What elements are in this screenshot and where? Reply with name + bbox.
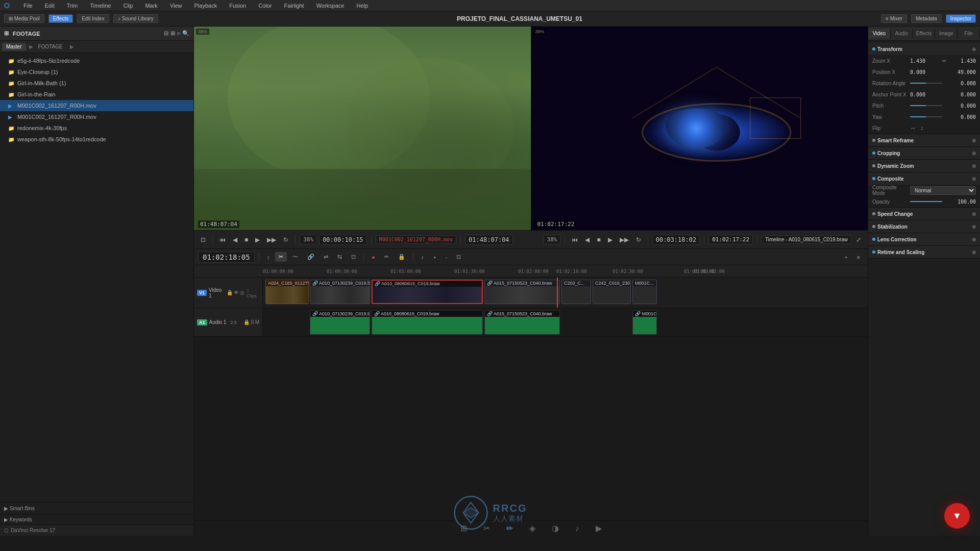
- view-toggle-2[interactable]: ⊞: [170, 30, 175, 37]
- right-prev-frame[interactable]: ◀: [582, 235, 592, 245]
- left-timecode-display[interactable]: 00:00:10:15: [319, 235, 366, 245]
- cropping-header[interactable]: Cropping ⊕: [868, 147, 980, 159]
- tl-mixer-toggle[interactable]: ≡: [853, 253, 864, 262]
- ws-cut-icon[interactable]: ✂: [479, 521, 494, 535]
- stabilization-header[interactable]: Stabilization ⊕: [868, 220, 980, 233]
- edit-index-btn[interactable]: Edit Index: [77, 14, 109, 23]
- tl-fit[interactable]: ⊡: [453, 252, 464, 262]
- dynamic-zoom-header[interactable]: Dynamic Zoom ⊕: [868, 160, 980, 172]
- tree-item-weapon[interactable]: 📁 weapon-sth-8k-50fps-14to1redcode: [0, 134, 193, 145]
- video-track-content[interactable]: A024_C165_011279_0... 🔗 A010_07130239_C0…: [263, 278, 868, 308]
- retime-add[interactable]: ⊕: [972, 249, 976, 255]
- tl-zoom-in[interactable]: +: [429, 253, 439, 262]
- keywords[interactable]: ▶ Keywords: [0, 514, 193, 524]
- opacity-slider[interactable]: [910, 201, 942, 202]
- smart-reframe-header[interactable]: Smart Reframe ⊕: [868, 134, 980, 146]
- stabilization-add[interactable]: ⊕: [972, 224, 976, 230]
- tl-snap[interactable]: ⊡: [348, 252, 359, 262]
- speed-add[interactable]: ⊕: [972, 211, 976, 217]
- transform-header[interactable]: Transform ⊕: [868, 43, 980, 55]
- left-skip-start[interactable]: ⏮: [217, 235, 228, 245]
- flip-v-icon[interactable]: ↕: [920, 124, 923, 132]
- menu-playback[interactable]: Playback: [192, 2, 219, 10]
- inspector-tab-video[interactable]: Video: [868, 29, 891, 38]
- tl-select-all[interactable]: ↕: [263, 253, 274, 262]
- rotation-value[interactable]: 0.000: [944, 81, 976, 86]
- right-zoom-display[interactable]: 38%: [544, 235, 561, 244]
- media-pool-btn[interactable]: ⊞ Media Pool: [4, 14, 44, 23]
- yaw-value[interactable]: 0.000: [944, 114, 976, 120]
- view-toggle-1[interactable]: ⊟: [164, 30, 168, 37]
- menu-help[interactable]: Help: [354, 2, 370, 10]
- anchor-y-value[interactable]: 0.000: [944, 92, 976, 97]
- opacity-value[interactable]: 100.00: [944, 199, 976, 205]
- tab-master[interactable]: Master: [2, 43, 26, 51]
- menu-clip[interactable]: Clip: [121, 2, 135, 10]
- dynamic-zoom-add[interactable]: ⊕: [972, 163, 976, 169]
- menu-workspace[interactable]: Workspace: [314, 2, 347, 10]
- left-zoom-display[interactable]: 38%: [300, 235, 317, 244]
- mixer-btn[interactable]: ≡ Mixer: [881, 14, 907, 23]
- ws-media-icon[interactable]: ⊞: [456, 521, 471, 535]
- audio-eye-icon[interactable]: S: [251, 319, 254, 325]
- right-timecode-display-2[interactable]: 00:03:18:02: [652, 235, 700, 245]
- right-stop[interactable]: ■: [594, 235, 603, 245]
- ws-color-icon[interactable]: ◑: [548, 521, 563, 535]
- left-play[interactable]: ▶: [253, 235, 262, 245]
- tree-item-girl-rain[interactable]: 📁 Girl-in-the-Rain: [0, 89, 193, 100]
- search-icon[interactable]: 🔍: [182, 30, 189, 37]
- tl-audio-toggle[interactable]: ♪: [418, 253, 428, 262]
- tree-item-eye[interactable]: 📁 Eye-Closeup (1): [0, 66, 193, 78]
- inspector-tab-audio[interactable]: Audio: [891, 29, 913, 38]
- tl-link[interactable]: 🔗: [304, 252, 318, 262]
- yaw-slider[interactable]: [910, 116, 942, 117]
- menu-fusion[interactable]: Fusion: [227, 2, 248, 10]
- zoom-y-value[interactable]: 1.430: [948, 58, 976, 64]
- tl-ripple[interactable]: ⇌: [320, 252, 332, 262]
- video-clip-c242[interactable]: C242_C016_230: [593, 280, 631, 304]
- zoom-x-value[interactable]: 1.430: [910, 58, 938, 64]
- video-clip-a015[interactable]: 🔗 A015_07150523_C040.braw: [484, 280, 560, 304]
- menu-color[interactable]: Color: [256, 2, 274, 10]
- ws-edit-icon[interactable]: ✏: [502, 521, 517, 535]
- tl-lock[interactable]: 🔒: [395, 252, 409, 262]
- tl-zoom-out[interactable]: -: [442, 253, 451, 262]
- inspector-tab-image[interactable]: Image: [935, 29, 958, 38]
- right-play[interactable]: ▶: [605, 235, 615, 245]
- left-viewer-mode-btn[interactable]: ⊡: [198, 235, 208, 245]
- inspector-tab-file[interactable]: File: [958, 29, 980, 38]
- ws-audio-icon[interactable]: ♪: [571, 522, 583, 535]
- audio-lock-icon[interactable]: 🔒: [243, 319, 250, 325]
- tl-smooth[interactable]: 〜: [289, 252, 302, 262]
- audio-clip-m001[interactable]: 🔗 M001C...: [632, 310, 657, 335]
- lens-add[interactable]: ⊕: [972, 237, 976, 242]
- composite-add[interactable]: ⊕: [972, 176, 976, 182]
- cropping-add[interactable]: ⊕: [972, 151, 976, 156]
- fullscreen-btn[interactable]: ⤢: [853, 235, 864, 245]
- video-clip-a024[interactable]: A024_C165_011279_0...: [265, 280, 309, 304]
- tl-razor[interactable]: ✂: [275, 252, 287, 262]
- record-button[interactable]: [944, 503, 970, 529]
- audio-clip-a010-1[interactable]: 🔗 A010_07130239_C019.braw: [310, 310, 370, 335]
- ws-delivery-icon[interactable]: ▶: [592, 521, 606, 535]
- video-clip-c203[interactable]: C203_C...: [561, 280, 591, 304]
- metadata-btn[interactable]: Metadata: [911, 14, 942, 23]
- ws-fusion-icon[interactable]: ◈: [525, 521, 540, 535]
- view-toggle-3[interactable]: ≡: [177, 30, 180, 37]
- pitch-slider[interactable]: [910, 105, 942, 106]
- right-loop[interactable]: ↻: [633, 235, 644, 245]
- tl-slip[interactable]: ⇆: [334, 252, 346, 262]
- inspector-tab-effects[interactable]: Effects: [913, 29, 936, 38]
- left-stop[interactable]: ■: [242, 235, 251, 245]
- tree-item-girl-milk[interactable]: 📁 Girl-in-Milk-Bath (1): [0, 78, 193, 89]
- transform-add[interactable]: ⊕: [972, 46, 976, 52]
- smart-reframe-add[interactable]: ⊕: [972, 138, 976, 143]
- right-play-all[interactable]: ▶▶: [617, 235, 631, 245]
- pitch-value[interactable]: 0.000: [944, 103, 976, 109]
- tl-color-flag[interactable]: ●: [368, 253, 379, 262]
- lens-correction-header[interactable]: Lens Correction ⊕: [868, 233, 980, 245]
- video-clip-m001[interactable]: M001C...: [632, 280, 657, 304]
- menu-trim[interactable]: Trim: [65, 2, 80, 10]
- tree-item-e5g[interactable]: 📁 e5g-ii-48fps-5to1redcode: [0, 55, 193, 66]
- inspector-btn[interactable]: Inspector: [946, 14, 976, 23]
